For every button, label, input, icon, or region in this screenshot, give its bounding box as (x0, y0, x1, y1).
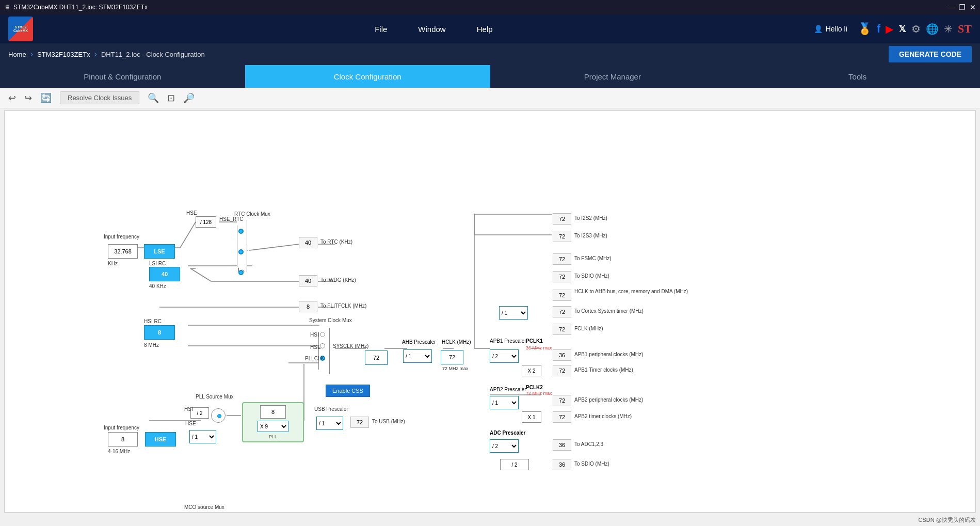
apb1-div-select[interactable]: / 2/ 1/ 4 (490, 349, 519, 363)
zoom-fit-icon[interactable]: ⊡ (167, 92, 175, 104)
lse-unit-label: KHz (108, 261, 118, 266)
adc-out-label: To ADC1,2,3 (574, 441, 603, 447)
apb1-peri-val: 36 (553, 349, 571, 361)
breadcrumb-device[interactable]: STM32F103ZETx (37, 51, 90, 58)
ahb-div-select[interactable]: / 1/ 2/ 4 (403, 349, 432, 363)
usb-val: 72 (350, 417, 369, 428)
hse-label: HSE (186, 210, 197, 216)
resolve-clock-issues-button[interactable]: Resolve Clock Issues (60, 91, 139, 104)
pll-pre-div-select[interactable]: / 1/ 2 (189, 430, 216, 443)
cortex-div-select[interactable]: / 1/ 8 (499, 306, 528, 320)
enable-css-button[interactable]: Enable CSS (326, 385, 370, 397)
usb-out-label: To USB (MHz) (372, 419, 405, 424)
hsi-pll-label: HSI (184, 406, 193, 412)
file-label[interactable]: DHT11_2.ioc - Clock Configuration (101, 51, 205, 58)
hsi-unit-label: 8 MHz (144, 342, 159, 348)
main-diagram-area: RTC Clock Mux Input frequency LSE 32.768… (4, 110, 976, 513)
sysclk-mhz-label: SYSCLK (MHz) (333, 343, 368, 349)
sysclk-val-box[interactable]: 72 (365, 350, 388, 365)
menubar: STM32 CubeMX File Window Help 👤 Hello li… (0, 14, 980, 43)
iwdg-val: 40 (299, 275, 317, 286)
user-icon: 👤 (814, 25, 823, 33)
titlebar-controls[interactable]: — ❐ ✕ (947, 3, 976, 11)
rtc-radio-1[interactable] (238, 229, 244, 234)
home-label[interactable]: Home (8, 51, 26, 58)
lse-freq-val: 32.768 (114, 248, 132, 254)
logo: STM32 CubeMX (8, 17, 33, 41)
menu-help[interactable]: Help (477, 25, 493, 34)
youtube-icon[interactable]: ▶ (886, 23, 893, 35)
breadcrumb-home[interactable]: Home (8, 51, 26, 58)
cortex-val: 72 (553, 306, 571, 317)
globe-icon[interactable]: 🌐 (926, 23, 939, 35)
lse-box[interactable]: LSE (144, 244, 175, 259)
refresh-icon[interactable]: 🔄 (40, 92, 52, 104)
apb1-timer-label: APB1 Timer clocks (MHz) (574, 367, 633, 373)
pll-val-box[interactable]: 8 (260, 405, 286, 419)
menu-file[interactable]: File (375, 25, 387, 34)
tab-pinout[interactable]: Pinout & Configuration (0, 65, 245, 88)
menu-window[interactable]: Window (418, 25, 445, 34)
adc-div-select[interactable]: / 2/ 4/ 6 (490, 439, 519, 453)
sys-radio-hsi[interactable] (320, 332, 325, 337)
hsi-label: 8 (158, 329, 161, 336)
hsi-box[interactable]: 8 (144, 325, 175, 340)
sysclk-val: 72 (373, 355, 379, 361)
minimize-btn[interactable]: — (947, 3, 955, 11)
pll-radio-hse[interactable] (217, 414, 221, 418)
ahb-label-text: AHB Prescaler (402, 339, 436, 345)
undo-icon[interactable]: ↩ (8, 92, 16, 104)
toolbar: ↩ ↪ 🔄 Resolve Clock Issues 🔍 ⊡ 🔎 (0, 88, 980, 108)
apb2-div-select[interactable]: / 1/ 2 (490, 396, 519, 409)
breadcrumb-sep-2: › (94, 50, 97, 59)
pll-mul-select[interactable]: X 9X 2X 3X 4 (258, 421, 288, 432)
apb2-peri-val: 72 (553, 395, 571, 406)
pclk1-label: PCLK1 (526, 338, 543, 344)
twitter-icon[interactable]: 𝕏 (898, 23, 906, 35)
hse-freq-input[interactable]: 8 (108, 432, 138, 447)
maximize-btn[interactable]: ❐ (959, 3, 966, 11)
rtc-radio-3[interactable] (238, 270, 244, 275)
apb1-label: APB1 Prescaler (490, 337, 526, 344)
zoom-in-icon[interactable]: 🔍 (148, 92, 159, 104)
hse-box[interactable]: HSE (145, 432, 176, 447)
tab-project[interactable]: Project Manager (490, 65, 735, 88)
fsmc-label: To FSMC (MHz) (574, 256, 612, 261)
hse-freq-val: 8 (121, 436, 124, 442)
generate-code-button[interactable]: GENERATE CODE (889, 46, 972, 62)
device-label[interactable]: STM32F103ZETx (37, 51, 90, 58)
close-btn[interactable]: ✕ (970, 3, 976, 11)
lsi-unit-label: 40 KHz (149, 283, 166, 289)
apb2-timer-label: APB2 timer clocks (MHz) (574, 413, 632, 419)
rtc-mux-shape (237, 220, 247, 272)
tab-tools[interactable]: Tools (735, 65, 980, 88)
adc-val: 36 (553, 439, 571, 451)
tab-clock[interactable]: Clock Configuration (245, 65, 490, 88)
sys-hse-label: HSE (310, 344, 321, 350)
social-icons: 🏅 f ▶ 𝕏 ⚙ 🌐 ✳ ST (858, 22, 972, 36)
zoom-out-icon[interactable]: 🔎 (183, 92, 195, 104)
pclk2-max-label: 72 MHz max (526, 391, 552, 396)
sys-clk-mux-label: System Clock Mux (309, 317, 352, 323)
facebook-icon[interactable]: f (877, 22, 880, 36)
hclk-ahb-val: 72 (553, 290, 571, 301)
apb2-x1-box: X 1 (522, 411, 541, 423)
apb2-label: APB2 Prescaler (490, 386, 526, 393)
flitf-val: 8 (299, 301, 317, 312)
lsi-box[interactable]: 40 (149, 267, 180, 281)
redo-icon[interactable]: ↪ (24, 92, 32, 104)
usb-div-select[interactable]: / 1/ 1.5 (316, 417, 343, 430)
cortex-label: To Cortex System timer (MHz) (574, 308, 644, 314)
breadcrumb-file[interactable]: DHT11_2.ioc - Clock Configuration (101, 51, 205, 58)
mco-mux-label: MCO source Mux (184, 504, 224, 510)
github-icon[interactable]: ⚙ (911, 23, 921, 35)
lse-freq-input[interactable]: 32.768 (108, 244, 138, 259)
lsi-rc-label: LSI RC (149, 261, 166, 266)
hsi-rc-label: HSI RC (144, 318, 162, 324)
pclk1-max-label: 36 MHz max (526, 345, 552, 350)
hclk-val-box[interactable]: 72 (441, 350, 463, 364)
pll-box: 8 X 9X 2X 3X 4 PLL (242, 402, 304, 442)
rtc-radio-2[interactable] (238, 249, 244, 254)
network-icon[interactable]: ✳ (944, 23, 953, 35)
fclk-label: FCLK (MHz) (574, 326, 603, 331)
